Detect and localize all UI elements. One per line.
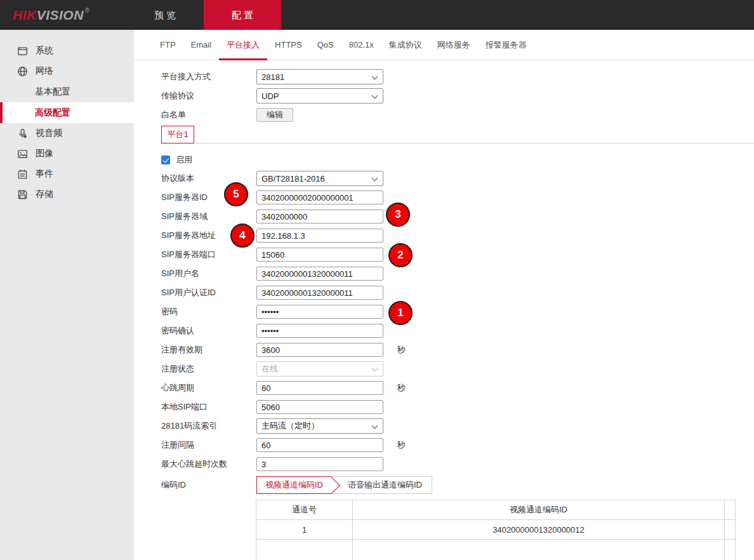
- event-icon: [17, 169, 28, 180]
- sidebar-item-label: 基本配置: [35, 86, 70, 98]
- logo-hik: HIK: [13, 8, 37, 23]
- platform-tab-strip: 平台1: [161, 126, 754, 143]
- field-label: SIP服务器端口: [161, 249, 256, 260]
- field-label: 平台接入方式: [161, 71, 256, 83]
- local-sip-port-input[interactable]: [256, 400, 383, 414]
- annotation-badge-2: 2: [388, 243, 413, 267]
- sidebar-item-label: 存储: [36, 189, 53, 200]
- field-label: 协议版本: [161, 173, 256, 184]
- form-row-password-confirm: 密码确认: [161, 321, 754, 340]
- field-label: 28181码流索引: [161, 420, 256, 432]
- field-label: 本地SIP端口: [161, 401, 256, 413]
- settings-tab-bar: FTP Email 平台接入 HTTPS QoS 802.1x 集成协议 网络服…: [135, 30, 754, 60]
- chevron-down-icon: [372, 175, 378, 182]
- table-row[interactable]: [256, 540, 736, 560]
- enable-label: 启用: [176, 154, 192, 166]
- sidebar-item-audio-video[interactable]: 视音频: [0, 123, 134, 143]
- sidebar-item-storage[interactable]: 存储: [0, 184, 134, 204]
- cell-video-encode-id: 34020000001320000012: [353, 520, 725, 540]
- sidebar-item-network[interactable]: 网络: [0, 61, 134, 81]
- sidebar-item-label: 事件: [36, 168, 53, 180]
- image-icon: [17, 149, 28, 159]
- sip-server-id-input[interactable]: [256, 190, 383, 204]
- platform-access-form: 平台接入方式 28181 传输协议 UDP 白名单 编辑 平台1 启用 协议版本: [135, 60, 754, 560]
- platform-access-select[interactable]: 28181: [256, 69, 383, 84]
- annotation-badge-1: 1: [388, 301, 413, 325]
- annotation-badge-4: 4: [230, 223, 255, 248]
- tab-configuration[interactable]: 配 置: [204, 0, 281, 30]
- audio-video-icon: [17, 128, 28, 139]
- sip-auth-id-input[interactable]: [256, 286, 383, 300]
- tab-audio-output-channel-encode-id[interactable]: 语音输出通道编码ID: [331, 476, 432, 494]
- table-row[interactable]: 1 34020000001320000012: [256, 520, 736, 540]
- annotation-badge-3: 3: [386, 203, 410, 227]
- sip-server-domain-input[interactable]: [256, 210, 383, 223]
- sidebar-item-image[interactable]: 图像: [0, 143, 134, 164]
- network-icon: [17, 66, 28, 77]
- transport-protocol-select[interactable]: UDP: [256, 88, 383, 103]
- enable-checkbox[interactable]: [161, 156, 170, 164]
- tab-platform-1[interactable]: 平台1: [161, 126, 194, 143]
- password-input[interactable]: [256, 305, 383, 319]
- form-row-sip-auth-id: SIP用户认证ID: [161, 283, 754, 302]
- tab-label: 视频通道编码ID: [265, 480, 323, 490]
- tab-8021x[interactable]: 802.1x: [341, 30, 381, 60]
- field-label: 白名单: [161, 109, 256, 121]
- sidebar-item-label: 视音频: [36, 128, 62, 139]
- chevron-down-icon: [372, 366, 378, 372]
- stream-index-select[interactable]: 主码流（定时）: [256, 418, 383, 434]
- chevron-down-icon: [372, 423, 378, 429]
- sidebar-item-advanced-config[interactable]: 高级配置: [0, 102, 134, 123]
- form-row-protocol-version: 协议版本 GB/T28181-2016: [161, 169, 754, 188]
- max-heartbeat-timeout-input[interactable]: [256, 457, 383, 471]
- password-confirm-input[interactable]: [256, 324, 383, 338]
- sidebar-item-basic-config[interactable]: 基本配置: [0, 81, 134, 102]
- cell-channel-no: [256, 540, 353, 560]
- field-label: 注册间隔: [161, 439, 256, 451]
- tab-video-channel-encode-id[interactable]: 视频通道编码ID: [256, 476, 331, 494]
- tab-alarm-server[interactable]: 报警服务器: [478, 30, 534, 60]
- form-row-transport-protocol: 传输协议 UDP: [161, 86, 754, 105]
- register-validity-input[interactable]: [256, 343, 383, 357]
- field-label: 最大心跳超时次数: [161, 458, 256, 470]
- heartbeat-interval-input[interactable]: [256, 381, 383, 395]
- tab-integration-protocol[interactable]: 集成协议: [381, 30, 430, 60]
- form-row-sip-server-id: SIP服务器ID 5: [161, 188, 754, 207]
- tab-platform-access[interactable]: 平台接入: [219, 30, 267, 60]
- selected-value: 28181: [261, 72, 284, 82]
- hikvision-logo: HIKVISION®: [13, 0, 90, 30]
- col-header-spacer: [725, 500, 736, 520]
- form-row-heartbeat-interval: 心跳周期 秒: [161, 378, 754, 397]
- form-row-whitelist: 白名单 编辑: [161, 105, 754, 124]
- protocol-version-select[interactable]: GB/T28181-2016: [256, 171, 383, 186]
- tab-qos[interactable]: QoS: [310, 30, 341, 60]
- tab-ftp[interactable]: FTP: [152, 30, 183, 60]
- register-status-select: 在线: [256, 361, 383, 377]
- cell-video-encode-id: [353, 540, 725, 560]
- unit-seconds: 秒: [397, 382, 406, 394]
- whitelist-edit-button[interactable]: 编辑: [256, 108, 293, 122]
- sip-username-input[interactable]: [256, 267, 383, 281]
- tab-email[interactable]: Email: [183, 30, 220, 60]
- field-label: 密码: [161, 306, 256, 317]
- sip-server-address-input[interactable]: [256, 229, 383, 243]
- sidebar-item-event[interactable]: 事件: [0, 164, 134, 184]
- sidebar: 系统 网络 基本配置 高级配置 视音频 图像 事件 存储: [0, 30, 134, 560]
- unit-seconds: 秒: [397, 439, 406, 451]
- field-label: SIP用户认证ID: [161, 287, 256, 298]
- tab-preview[interactable]: 预 览: [126, 0, 204, 30]
- form-row-sip-server-domain: SIP服务器域 3: [161, 207, 754, 226]
- top-bar: HIKVISION® 预 览 配 置: [0, 0, 754, 30]
- sip-server-port-input[interactable]: [256, 248, 383, 262]
- form-row-enable: 启用: [161, 151, 754, 169]
- field-label: SIP用户名: [161, 268, 256, 279]
- field-label: 注册有效期: [161, 344, 256, 356]
- register-interval-input[interactable]: [256, 438, 383, 452]
- tab-network-service[interactable]: 网络服务: [430, 30, 478, 60]
- tab-https[interactable]: HTTPS: [267, 30, 310, 60]
- cell-channel-no: 1: [256, 520, 353, 540]
- sidebar-item-system[interactable]: 系统: [0, 41, 134, 61]
- col-header-video-encode-id: 视频通道编码ID: [353, 500, 725, 520]
- sidebar-item-label: 高级配置: [35, 107, 70, 119]
- form-row-sip-server-port: SIP服务器端口 2: [161, 245, 754, 264]
